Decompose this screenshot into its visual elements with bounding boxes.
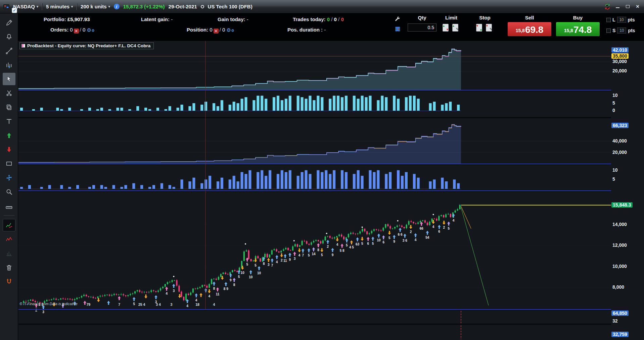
- portfolio-value: £5,907.93: [67, 16, 90, 22]
- zigzag-tool[interactable]: [3, 233, 15, 245]
- ruler-icon: [5, 202, 13, 210]
- svg-text:10: 10: [241, 271, 245, 275]
- trades-won: 0: [327, 16, 330, 22]
- ruler-tool[interactable]: [3, 200, 15, 212]
- draw-pencil-tool[interactable]: [3, 16, 15, 29]
- sell-header: Sell: [508, 15, 551, 20]
- magnet-tool[interactable]: [3, 275, 15, 288]
- svg-text:8: 8: [213, 287, 215, 290]
- svg-text:3: 3: [268, 263, 270, 267]
- arrowup-icon: [5, 132, 13, 139]
- svg-text:9: 9: [230, 278, 232, 282]
- axis-tick-label: 14,000: [612, 222, 627, 227]
- cursor-tool[interactable]: [3, 73, 15, 85]
- stop-distance-checkbox[interactable]: [606, 29, 611, 33]
- svg-text:9: 9: [393, 240, 395, 243]
- trading-panel: Portfolio: £5,907.93 Orders: 0✕/ 0 ⚙⚙ La…: [18, 13, 644, 41]
- limit-distance-row: L 10 pts: [606, 17, 635, 23]
- minimize-button[interactable]: [614, 3, 621, 10]
- axis-tick-label: 5: [612, 176, 615, 182]
- copyright-label: © IT-Finance.com Data is indicative: [19, 302, 78, 306]
- svg-text:9: 9: [289, 258, 291, 262]
- zoom-tool[interactable]: [3, 185, 15, 198]
- backtest-legend[interactable]: ProBacktest - Equity curve: NQ Predator+…: [19, 42, 154, 49]
- axis-price-badge: 64,850: [611, 310, 629, 316]
- close-position-button[interactable]: ✕: [214, 29, 219, 34]
- indicator-tool[interactable]: F: [3, 59, 15, 71]
- stop-points-input[interactable]: 10: [617, 27, 626, 34]
- svg-text:5: 5: [388, 236, 390, 240]
- price-axis[interactable]: 30,00020,00042.01035,800105040,00020,000…: [611, 41, 644, 340]
- svg-text:14: 14: [312, 252, 316, 256]
- svg-text:4: 4: [209, 294, 211, 298]
- orders-settings-icon[interactable]: ⚙: [87, 27, 91, 33]
- svg-text:63: 63: [356, 242, 360, 246]
- position-count: 0: [210, 27, 212, 33]
- svg-text:5: 5: [361, 242, 363, 245]
- svg-text:66: 66: [420, 227, 424, 230]
- position-settings-icon-2[interactable]: ⚙: [231, 29, 234, 33]
- info-icon[interactable]: i: [114, 4, 120, 9]
- line-chart-tool[interactable]: [3, 219, 15, 231]
- position-count-2: 0: [222, 27, 225, 33]
- position-field: Position: 0✕/ 0 ⚙⚙: [187, 27, 234, 34]
- limit-distance-checkbox[interactable]: [606, 18, 611, 22]
- qty-header: Qty: [407, 15, 437, 20]
- limit-order-icon[interactable]: ▲▼: [442, 23, 449, 32]
- stop-order-icon[interactable]: ▼▲: [475, 23, 483, 32]
- trendline-tool[interactable]: [3, 45, 15, 57]
- move-tool[interactable]: [3, 171, 15, 184]
- chart-canvas[interactable]: 2353434448118 99851051051083742119347514…: [18, 41, 611, 340]
- limit-points-input[interactable]: 10: [617, 17, 626, 23]
- titlebar-separator: [77, 3, 77, 10]
- window-controls: ✕: [604, 3, 642, 10]
- svg-text:10: 10: [257, 271, 261, 275]
- svg-text:7: 7: [118, 302, 120, 306]
- svg-text:8 9: 8 9: [224, 287, 228, 291]
- orders-field: Orders: 0✕/ 0 ⚙⚙: [50, 27, 95, 34]
- magnet-icon: [5, 278, 13, 285]
- timeframe-dropdown[interactable]: 5 minutes ▾: [46, 4, 73, 9]
- svg-text:3: 3: [170, 302, 172, 306]
- buy-arrow-tool[interactable]: [3, 129, 15, 141]
- position-settings-icon[interactable]: ⚙: [227, 27, 231, 33]
- svg-text:8: 8: [263, 262, 265, 266]
- bar-chart-tool[interactable]: [3, 247, 15, 260]
- limit-edit-icon[interactable]: ▲✎: [452, 23, 459, 32]
- buy-button[interactable]: 15,874.8: [556, 22, 600, 36]
- svg-text:79: 79: [86, 302, 90, 306]
- units-label: 200 k units: [81, 4, 107, 9]
- sell-button[interactable]: 15,869.8: [508, 22, 551, 36]
- units-dropdown[interactable]: 200 k units ▾: [81, 4, 110, 9]
- alert-bell-tool[interactable]: [3, 31, 15, 43]
- axis-tick-label: 8,000: [612, 284, 624, 290]
- qty-input[interactable]: [408, 23, 436, 32]
- order-settings-wrench-icon[interactable]: [394, 15, 402, 23]
- sync-icon[interactable]: [604, 3, 611, 10]
- cut-tool[interactable]: [3, 87, 15, 99]
- axis-tick-label: 12,000: [612, 242, 627, 248]
- titlebar-separator: [42, 3, 42, 10]
- linechart-icon: [5, 222, 13, 229]
- duplicate-tool[interactable]: [3, 101, 15, 113]
- portfolio-field: Portfolio: £5,907.93: [44, 16, 90, 22]
- keypad-icon[interactable]: ▦: [394, 24, 402, 33]
- toolbar-divider: [4, 215, 14, 216]
- chevron-down-icon: ▾: [108, 5, 110, 8]
- axis-tick-label: 20,000: [612, 68, 627, 73]
- stop-edit-icon[interactable]: ▼✎: [485, 23, 493, 32]
- svg-text:4: 4: [415, 238, 417, 242]
- maximize-button[interactable]: [624, 3, 631, 10]
- rectangle-tool[interactable]: [3, 157, 15, 170]
- svg-text:3 6: 3 6: [403, 239, 407, 242]
- close-button[interactable]: ✕: [634, 3, 641, 10]
- svg-text:2: 2: [281, 259, 283, 262]
- cancel-orders-button[interactable]: ✕: [74, 29, 79, 34]
- axis-price-badge: 66,323: [611, 123, 629, 128]
- svg-text:5: 5: [448, 227, 450, 230]
- text-tool[interactable]: [3, 115, 15, 127]
- sell-arrow-tool[interactable]: [3, 143, 15, 156]
- orders-settings-icon-2[interactable]: ⚙: [91, 29, 95, 33]
- delete-tool[interactable]: [3, 261, 15, 274]
- axis-tick-label: 40,000: [612, 138, 627, 144]
